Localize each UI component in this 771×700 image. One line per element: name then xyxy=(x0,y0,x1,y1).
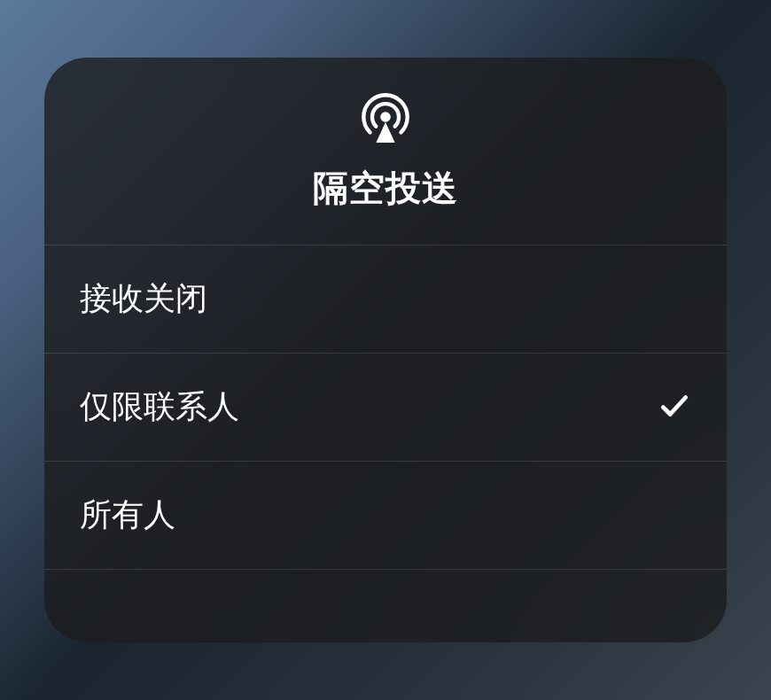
option-receiving-off[interactable]: 接收关闭 xyxy=(44,245,727,354)
panel-header: 隔空投送 xyxy=(44,58,727,245)
option-contacts-only[interactable]: 仅限联系人 xyxy=(44,354,727,462)
panel-title: 隔空投送 xyxy=(313,164,458,213)
option-label: 接收关闭 xyxy=(80,277,207,321)
checkmark-icon xyxy=(658,389,691,426)
option-label: 仅限联系人 xyxy=(80,385,239,429)
airdrop-panel: 隔空投送 接收关闭 仅限联系人 所有人 xyxy=(44,58,727,642)
option-label: 所有人 xyxy=(80,494,175,537)
options-list: 接收关闭 仅限联系人 所有人 xyxy=(44,245,727,642)
svg-point-0 xyxy=(380,112,391,122)
option-everyone[interactable]: 所有人 xyxy=(44,462,727,570)
airdrop-icon xyxy=(358,89,413,144)
